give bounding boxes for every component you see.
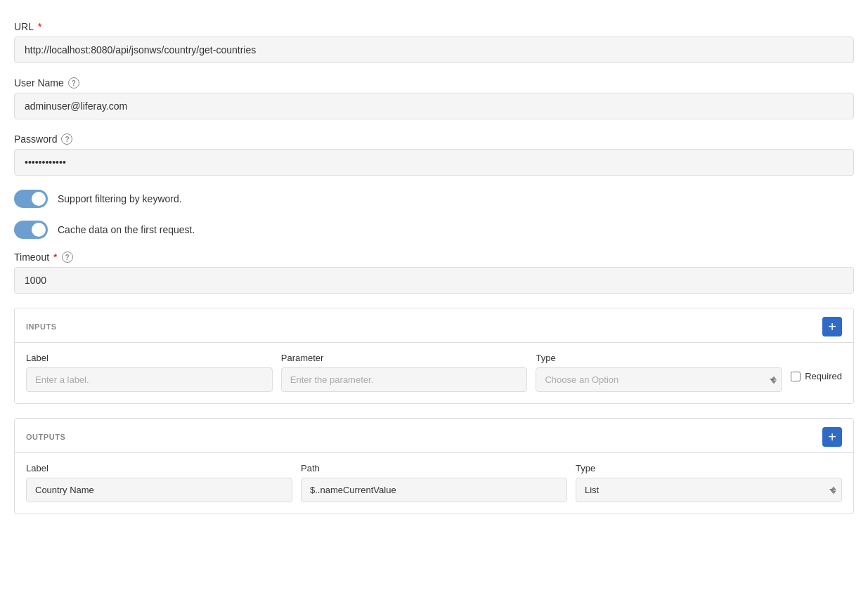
inputs-type-select-wrapper: Choose an Option String Integer Boolean … xyxy=(536,367,782,392)
cache-toggle-label: Cache data on the first request. xyxy=(58,224,195,235)
filter-toggle[interactable] xyxy=(14,190,48,208)
timeout-required-star: * xyxy=(53,251,57,263)
username-label: User Name ? xyxy=(14,77,854,89)
inputs-parameter-header: Parameter xyxy=(281,353,528,363)
cache-toggle[interactable] xyxy=(14,221,48,239)
password-label-text: Password xyxy=(14,133,57,145)
url-field-group: URL * xyxy=(14,21,854,63)
password-field-group: Password ? xyxy=(14,133,854,176)
outputs-label-header: Label xyxy=(26,463,292,473)
username-help-icon[interactable]: ? xyxy=(68,77,79,89)
password-input[interactable] xyxy=(14,149,854,176)
url-required-star: * xyxy=(38,21,41,32)
outputs-section-body: Label Path Type Choose an Option String xyxy=(15,453,853,514)
outputs-label-input[interactable] xyxy=(26,478,292,502)
outputs-grid: Label Path Type Choose an Option String xyxy=(26,463,842,502)
outputs-type-col: Type Choose an Option String Integer Boo… xyxy=(576,463,842,502)
cache-toggle-slider xyxy=(14,221,48,239)
username-field-group: User Name ? xyxy=(14,77,854,119)
timeout-field-group: Timeout * ? xyxy=(14,251,854,294)
outputs-type-select[interactable]: Choose an Option String Integer Boolean … xyxy=(576,478,842,502)
outputs-section: OUTPUTS + Label Path Type xyxy=(14,418,854,514)
inputs-section-body: Label Parameter Type Choose an Option St… xyxy=(15,343,853,403)
inputs-section-title: INPUTS xyxy=(26,322,57,331)
page-container: URL * User Name ? Password ? Support fil… xyxy=(0,0,868,549)
outputs-section-header: OUTPUTS + xyxy=(15,419,853,453)
inputs-parameter-input[interactable] xyxy=(281,367,528,392)
url-label-text: URL xyxy=(14,21,34,32)
inputs-required-label: Required xyxy=(805,371,842,381)
inputs-section-header: INPUTS + xyxy=(15,308,853,343)
inputs-label-input[interactable] xyxy=(26,367,273,392)
outputs-add-button[interactable]: + xyxy=(822,427,842,447)
inputs-type-header: Type xyxy=(536,353,782,363)
inputs-section: INPUTS + Label Parameter Type xyxy=(14,308,854,404)
timeout-help-icon[interactable]: ? xyxy=(62,251,73,263)
inputs-type-col: Type Choose an Option String Integer Boo… xyxy=(536,353,782,392)
outputs-type-header: Type xyxy=(576,463,842,473)
cache-toggle-row: Cache data on the first request. xyxy=(14,221,854,239)
url-label: URL * xyxy=(14,21,854,32)
outputs-section-title: OUTPUTS xyxy=(26,433,65,441)
inputs-required-checkbox[interactable] xyxy=(791,372,801,381)
outputs-path-header: Path xyxy=(301,463,567,473)
inputs-required-col: Required xyxy=(791,353,842,381)
outputs-path-col: Path xyxy=(301,463,567,502)
password-label: Password ? xyxy=(14,133,854,145)
timeout-label-text: Timeout xyxy=(14,251,49,263)
inputs-parameter-col: Parameter xyxy=(281,353,528,392)
url-input[interactable] xyxy=(14,37,854,63)
inputs-grid: Label Parameter Type Choose an Option St… xyxy=(26,353,842,392)
inputs-type-select[interactable]: Choose an Option String Integer Boolean … xyxy=(536,367,782,392)
inputs-label-header: Label xyxy=(26,353,273,363)
filter-toggle-row: Support filtering by keyword. xyxy=(14,190,854,208)
password-help-icon[interactable]: ? xyxy=(61,133,72,145)
username-input[interactable] xyxy=(14,93,854,119)
inputs-add-button[interactable]: + xyxy=(822,317,842,336)
timeout-input[interactable] xyxy=(14,267,854,294)
inputs-label-col: Label xyxy=(26,353,273,392)
filter-toggle-label: Support filtering by keyword. xyxy=(58,193,182,204)
timeout-label: Timeout * ? xyxy=(14,251,854,263)
username-label-text: User Name xyxy=(14,77,64,89)
outputs-type-select-wrapper: Choose an Option String Integer Boolean … xyxy=(576,478,842,502)
outputs-path-input[interactable] xyxy=(301,478,567,502)
filter-toggle-slider xyxy=(14,190,48,208)
outputs-label-col: Label xyxy=(26,463,292,502)
